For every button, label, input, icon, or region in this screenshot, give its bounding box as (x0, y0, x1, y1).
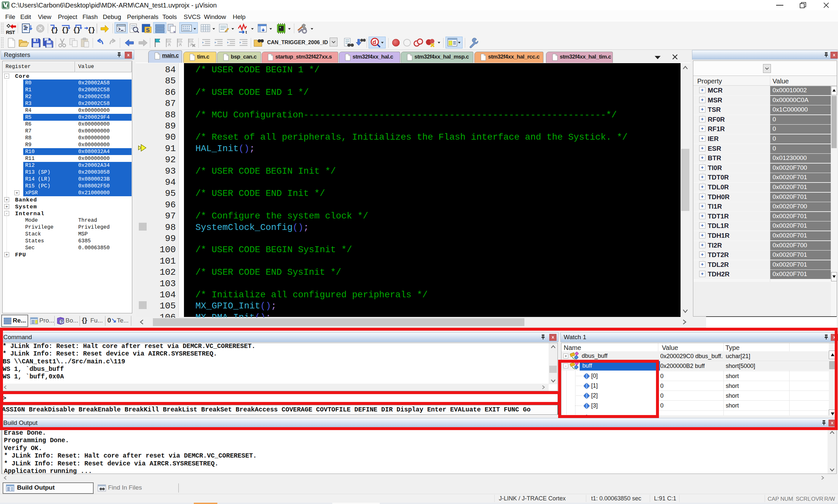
svg-text:t: t (245, 30, 247, 34)
svg-text:{}: {} (62, 26, 69, 34)
svg-text:{}: {} (73, 26, 80, 34)
svg-text:d: d (372, 39, 376, 46)
svg-text:RST: RST (6, 30, 15, 35)
svg-text:{}: {} (88, 26, 94, 34)
svg-text:S: S (146, 27, 150, 33)
svg-text:?: ? (60, 320, 63, 324)
svg-text:5: 5 (6, 6, 8, 9)
